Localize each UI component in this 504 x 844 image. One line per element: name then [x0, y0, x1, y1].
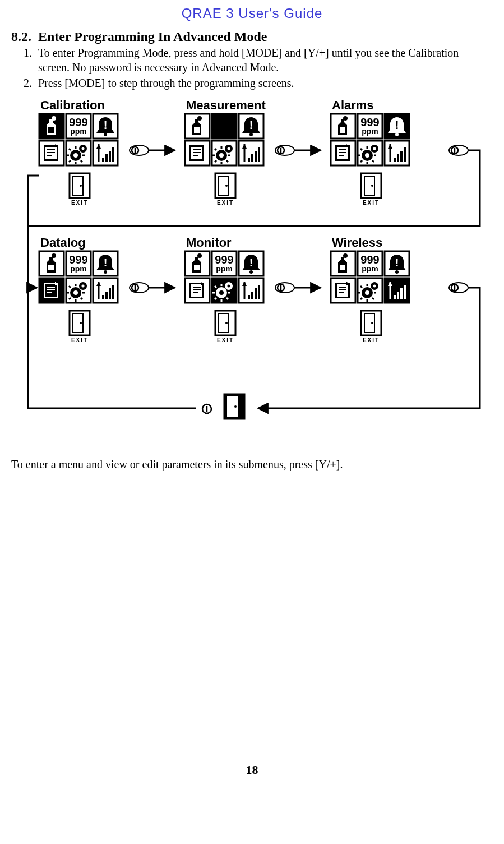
num-icon: 999ppm — [66, 251, 91, 276]
section-title: Enter Programming In Advanced Mode — [38, 29, 267, 44]
svg-point-130 — [365, 153, 369, 158]
svg-text:EXIT: EXIT — [362, 200, 379, 206]
svg-rect-249 — [400, 288, 403, 299]
svg-rect-150 — [48, 265, 54, 270]
wireless-icon — [385, 141, 409, 165]
svg-text:!: ! — [395, 256, 399, 269]
num-icon: 999ppm — [212, 251, 237, 276]
svg-line-174 — [69, 298, 71, 299]
svg-point-200 — [219, 290, 224, 295]
svg-text:ppm: ppm — [362, 264, 378, 273]
svg-text:!: ! — [103, 119, 107, 131]
svg-rect-73 — [105, 154, 108, 162]
svg-point-62 — [81, 147, 84, 150]
svg-text:ppm: ppm — [70, 264, 87, 273]
svg-text:ppm: ppm — [70, 127, 87, 136]
bell-icon: ! — [385, 251, 409, 276]
document-title: QRAE 3 User's Guide — [11, 6, 493, 21]
gear-icon — [66, 278, 91, 303]
wireless-icon — [93, 278, 118, 303]
svg-point-202 — [227, 285, 230, 288]
svg-rect-248 — [397, 292, 399, 299]
svg-rect-215 — [258, 285, 260, 299]
svg-rect-110 — [258, 147, 260, 162]
svg-line-68 — [81, 160, 82, 162]
svg-rect-144 — [400, 151, 403, 162]
svg-rect-180 — [112, 285, 114, 299]
datalog-icon — [331, 141, 355, 165]
svg-point-95 — [219, 153, 224, 158]
svg-rect-177 — [102, 295, 104, 299]
svg-point-132 — [373, 147, 376, 150]
svg-point-85 — [249, 133, 253, 136]
svg-line-103 — [226, 160, 228, 162]
svg-text:Datalog: Datalog — [40, 236, 86, 250]
svg-text:!: ! — [249, 119, 253, 131]
svg-text:!: ! — [395, 119, 399, 131]
svg-line-208 — [226, 298, 228, 299]
num-icon: 999ppm — [358, 114, 382, 139]
svg-rect-74 — [109, 151, 111, 162]
bottle-icon — [331, 114, 355, 139]
svg-text:Calibration: Calibration — [40, 98, 105, 112]
svg-rect-247 — [394, 295, 396, 299]
svg-text:EXIT: EXIT — [71, 200, 87, 206]
svg-point-235 — [365, 290, 369, 295]
svg-text:Measurement: Measurement — [186, 98, 266, 112]
datalog-icon — [39, 278, 64, 303]
section-heading: 8.2. Enter Programming In Advanced Mode — [11, 29, 493, 44]
svg-rect-143 — [397, 154, 399, 162]
svg-line-243 — [372, 298, 374, 299]
gear-icon — [66, 141, 91, 165]
svg-text:EXIT: EXIT — [362, 337, 379, 343]
programming-flow-diagram: ! — [17, 97, 488, 447]
svg-rect-220 — [340, 265, 345, 270]
gear-icon — [358, 278, 382, 303]
exit-icon: EXIT — [215, 173, 235, 206]
num-icon: 999ppm — [212, 114, 237, 139]
svg-rect-178 — [105, 292, 108, 299]
wireless-icon — [239, 141, 263, 165]
svg-line-173 — [81, 298, 82, 299]
svg-text:Alarms: Alarms — [332, 98, 374, 112]
bell-icon: ! — [385, 114, 409, 139]
screen-block: Measurement999ppm!EXIT — [185, 98, 266, 206]
svg-rect-75 — [112, 147, 114, 162]
svg-rect-214 — [255, 288, 257, 299]
svg-text:ppm: ppm — [216, 127, 233, 136]
exit-icon: EXIT — [215, 311, 235, 343]
svg-rect-72 — [102, 158, 104, 162]
svg-rect-108 — [251, 154, 253, 162]
svg-text:!: ! — [103, 256, 107, 269]
diagram-svg: ! — [17, 97, 488, 445]
svg-point-225 — [395, 270, 399, 274]
svg-rect-179 — [109, 288, 111, 299]
svg-line-67 — [69, 149, 71, 150]
svg-rect-115 — [340, 127, 345, 133]
svg-rect-142 — [394, 158, 396, 162]
exit-label: EXIT — [225, 421, 242, 427]
svg-rect-80 — [194, 127, 200, 133]
step-item: Press [MODE] to step through the program… — [35, 76, 493, 90]
svg-text:ppm: ppm — [216, 264, 233, 273]
exit-icon: EXIT — [361, 311, 381, 343]
screen-block: Calibration999ppm!EXIT — [39, 98, 118, 206]
svg-rect-145 — [404, 147, 406, 162]
svg-rect-109 — [255, 151, 257, 162]
svg-text:EXIT: EXIT — [71, 337, 87, 343]
svg-line-137 — [360, 149, 362, 150]
gear-icon — [358, 141, 382, 165]
bell-icon: ! — [93, 114, 118, 139]
gear-icon — [212, 141, 237, 165]
datalog-icon — [39, 141, 64, 165]
bottle-icon — [185, 251, 210, 276]
svg-line-102 — [215, 149, 216, 150]
datalog-icon — [331, 278, 355, 303]
svg-text:EXIT: EXIT — [216, 337, 233, 343]
svg-line-207 — [215, 286, 216, 288]
screen-block: Alarms999ppm!EXIT — [331, 98, 409, 206]
svg-text:EXIT: EXIT — [216, 200, 233, 206]
svg-line-139 — [360, 160, 362, 162]
svg-point-120 — [395, 133, 399, 136]
wireless-icon — [93, 141, 118, 165]
